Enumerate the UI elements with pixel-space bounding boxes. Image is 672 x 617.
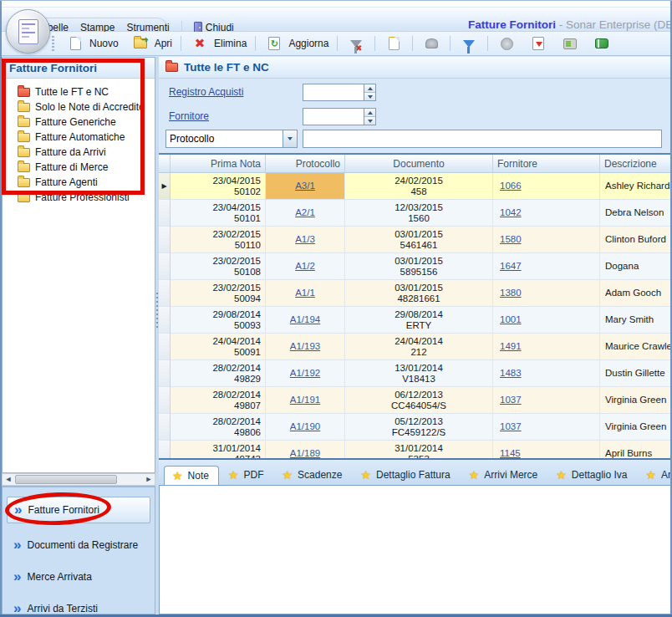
protocollo-cell[interactable]: A3/1 [266, 173, 345, 200]
clear-filter-button[interactable]: ✖ [340, 32, 372, 55]
protocollo-cell[interactable]: A1/189 [266, 441, 345, 458]
detail-tab[interactable]: ★ Arrivi Merce [461, 466, 547, 485]
protocollo-link[interactable]: A1/194 [290, 314, 320, 325]
scrollbar-thumb[interactable] [15, 475, 117, 484]
filter-button[interactable] [453, 32, 485, 55]
note-tab-content[interactable] [159, 485, 672, 614]
prima-nota-cell[interactable]: 29/08/2014 50093 [171, 307, 266, 334]
detail-tab[interactable]: ★ Note [164, 466, 219, 485]
column-header-documento[interactable]: Documento [345, 155, 493, 172]
tree-item[interactable]: Fatture da Arrivi [3, 145, 155, 160]
table-row[interactable]: ▶ 28/02/2014 49806 A1/190 05/12/2013 FC4… [159, 414, 672, 441]
protocollo-link[interactable]: A1/192 [290, 368, 320, 379]
descrizione-cell[interactable]: April Burns [600, 441, 672, 458]
protocollo-cell[interactable]: A1/3 [266, 227, 345, 253]
documento-cell[interactable]: 24/02/2015 458 [345, 173, 493, 200]
detail-tab[interactable]: ★ Scadenze [274, 466, 351, 485]
documento-cell[interactable]: 24/04/2014 212 [345, 334, 493, 360]
spin-down-button[interactable] [364, 92, 375, 100]
clock-button[interactable] [491, 32, 522, 55]
detail-tab[interactable]: ★ Dettaglio Iva [548, 466, 636, 485]
prima-nota-cell[interactable]: 23/02/2015 50094 [171, 280, 266, 307]
detail-tab[interactable]: ★ Anticipi [639, 466, 672, 485]
registro-acquisti-link[interactable]: Registro Acquisti [169, 86, 243, 98]
descrizione-cell[interactable]: Mary Smith [600, 307, 672, 334]
row-selector-cell[interactable]: ▶ [159, 280, 171, 307]
protocollo-link[interactable]: A1/1 [295, 288, 315, 298]
fornitore-cell[interactable]: 1145 [493, 441, 600, 458]
prima-nota-cell[interactable]: 28/02/2014 49807 [171, 387, 266, 414]
fornitore-link[interactable]: 1066 [500, 181, 522, 191]
protocollo-cell[interactable]: A1/190 [266, 414, 345, 441]
prima-nota-cell[interactable]: 23/04/2015 50102 [171, 173, 266, 200]
prima-nota-cell[interactable]: 23/02/2015 50108 [171, 253, 266, 280]
protocollo-cell[interactable]: A1/2 [266, 253, 345, 280]
fornitore-input[interactable] [303, 108, 364, 125]
descrizione-cell[interactable]: Virginia Green [600, 387, 672, 414]
table-row[interactable]: ▶ 29/08/2014 50093 A1/194 29/08/2014 ERT… [159, 307, 672, 334]
prima-nota-cell[interactable]: 23/02/2015 50110 [171, 227, 266, 253]
prima-nota-cell[interactable]: 31/01/2014 49743 [171, 441, 266, 458]
fornitore-link[interactable]: 1001 [500, 314, 522, 325]
tree-item[interactable]: Fatture Automatiche [3, 130, 155, 145]
protocollo-link[interactable]: A1/2 [295, 261, 315, 272]
nav-item[interactable]: » Merce Arrivata [7, 567, 150, 587]
detail-tab[interactable]: ★ PDF [221, 466, 273, 485]
fornitore-link[interactable]: 1037 [500, 395, 522, 405]
descrizione-cell[interactable]: Virginia Green [600, 414, 672, 441]
search-field-dropdown[interactable]: Protocollo [165, 130, 298, 148]
ledger-button[interactable] [586, 32, 618, 55]
spin-up-button[interactable] [364, 84, 375, 92]
fornitore-link[interactable]: 1145 [500, 448, 521, 458]
fornitore-link[interactable]: 1042 [500, 207, 522, 218]
fornitore-link[interactable]: 1491 [500, 341, 522, 352]
table-row[interactable]: ▶ 23/02/2015 50108 A1/2 03/01/2015 58951… [159, 253, 672, 280]
protocollo-cell[interactable]: A2/1 [266, 200, 345, 227]
protocollo-link[interactable]: A3/1 [295, 181, 315, 191]
tree-item[interactable]: Fatture Agenti [3, 175, 155, 190]
protocollo-link[interactable]: A1/3 [295, 234, 315, 245]
documento-cell[interactable]: 03/01/2015 5461461 [345, 227, 493, 253]
apri-button[interactable]: ➜ Apri [125, 32, 178, 55]
row-selector-cell[interactable]: ▶ [159, 173, 171, 200]
column-header-descrizione[interactable]: Descrizione [600, 155, 672, 172]
fornitore-cell[interactable]: 1580 [493, 227, 600, 253]
fornitore-link[interactable]: 1037 [500, 421, 522, 432]
row-selector-cell[interactable]: ▶ [159, 227, 171, 253]
spin-up-button[interactable] [364, 109, 375, 116]
documento-cell[interactable]: 13/01/2014 V18413 [345, 360, 493, 387]
prima-nota-cell[interactable]: 23/04/2015 50101 [171, 200, 266, 227]
fornitore-link[interactable]: 1647 [500, 261, 522, 272]
fornitore-cell[interactable]: 1037 [493, 414, 600, 441]
export-document-button[interactable] [522, 32, 554, 55]
stamp-button[interactable] [415, 32, 447, 55]
documento-cell[interactable]: 29/08/2014 ERTY [345, 307, 493, 334]
descrizione-cell[interactable]: Clinton Buford [600, 227, 672, 253]
row-selector-cell[interactable]: ▶ [159, 307, 171, 334]
fornitore-link[interactable]: 1483 [500, 368, 522, 379]
protocollo-link[interactable]: A1/189 [290, 448, 320, 458]
protocollo-cell[interactable]: A1/191 [266, 387, 345, 414]
fornitore-cell[interactable]: 1066 [493, 173, 600, 200]
dropdown-button[interactable] [283, 130, 297, 147]
row-selector-cell[interactable]: ▶ [159, 253, 171, 280]
protocollo-cell[interactable]: A1/192 [266, 360, 345, 387]
table-row[interactable]: ▶ 23/04/2015 50101 A2/1 12/03/2015 1560 … [159, 200, 672, 227]
detail-tab[interactable]: ★ Dettaglio Fattura [353, 466, 459, 485]
row-selector-cell[interactable]: ▶ [159, 360, 171, 387]
tree-item[interactable]: Tutte le FT e NC [3, 84, 155, 99]
documento-cell[interactable]: 31/01/2014 5353 [345, 441, 493, 458]
elimina-button[interactable]: ✖ Elimina [184, 32, 252, 55]
table-row[interactable]: ▶ 31/01/2014 49743 A1/189 31/01/2014 535… [159, 441, 672, 458]
table-row[interactable]: ▶ 28/02/2014 49829 A1/192 13/01/2014 V18… [159, 360, 672, 387]
protocollo-cell[interactable]: A1/193 [266, 334, 345, 360]
row-selector-cell[interactable]: ▶ [159, 414, 171, 441]
descrizione-cell[interactable]: Debra Nelson [600, 200, 672, 227]
table-row[interactable]: ▶ 23/04/2015 50102 A3/1 24/02/2015 458 1… [159, 173, 672, 200]
descrizione-cell[interactable]: Ashley Richardson [600, 173, 672, 200]
search-input[interactable] [303, 130, 662, 148]
descrizione-cell[interactable]: Dustin Gillette [600, 360, 672, 387]
tree-item[interactable]: Fatture di Merce [3, 160, 155, 175]
row-selector-cell[interactable]: ▶ [159, 200, 171, 227]
prima-nota-cell[interactable]: 24/04/2014 50091 [171, 334, 266, 360]
